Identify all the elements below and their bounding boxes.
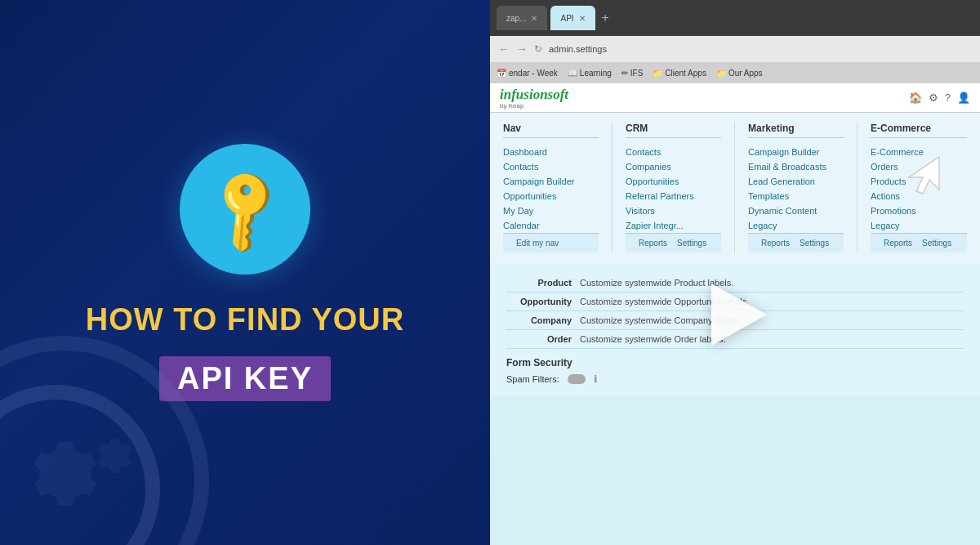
opportunity-label: Opportunity [506, 297, 572, 306]
marketing-col-header: Marketing [748, 123, 844, 138]
bookmarks-bar: 📅 endar - Week 📖 Learning ✏ IFS 📁 Client… [490, 62, 980, 83]
learning-icon: 📖 [568, 69, 577, 78]
ec-legacy[interactable]: Legacy [871, 218, 967, 233]
mkt-campaign-builder[interactable]: Campaign Builder [748, 145, 844, 159]
bookmark-calendar[interactable]: 📅 endar - Week [497, 69, 558, 78]
crm-col-footer: Reports Settings [626, 233, 721, 252]
ec-reports-link[interactable]: Reports [884, 239, 912, 248]
nav-back-icon[interactable]: ← [498, 42, 510, 56]
new-tab-button[interactable]: + [602, 11, 609, 25]
bookmark-client-apps[interactable]: 📁 Client Apps [653, 69, 706, 78]
home-icon[interactable]: 🏠 [909, 92, 922, 104]
apps-icon: 📁 [653, 69, 662, 78]
nav-item-myday[interactable]: My Day [503, 203, 599, 218]
mkt-templates[interactable]: Templates [748, 189, 844, 203]
nav-forward-icon[interactable]: → [516, 42, 528, 56]
tab-zap-label: zap... [506, 14, 526, 23]
marketing-column: Marketing Campaign Builder Email & Broad… [735, 123, 858, 252]
crm-visitors[interactable]: Visitors [626, 203, 721, 218]
tab-api-label: API [560, 14, 573, 23]
crm-referral-partners[interactable]: Referral Partners [626, 189, 721, 203]
bookmark-ifs[interactable]: ✏ IFS [621, 69, 644, 78]
key-icon: 🔑 [198, 163, 292, 255]
crm-reports-link[interactable]: Reports [639, 239, 667, 248]
help-icon[interactable]: ? [945, 92, 951, 104]
settings-icon[interactable]: ⚙ [929, 92, 938, 104]
spam-filters-row: Spam Filters: ℹ [506, 373, 964, 385]
ec-promotions[interactable]: Promotions [871, 203, 967, 218]
address-bar: ← → ↻ admin.settings [490, 36, 980, 62]
nav-col-footer: Edit my nav [503, 233, 599, 252]
ecommerce-col-header: E-Commerce [871, 123, 967, 138]
gear-large-icon [16, 427, 114, 525]
tab-api-close[interactable]: ✕ [579, 14, 586, 23]
edit-my-nav-link[interactable]: Edit my nav [516, 239, 559, 248]
crm-opportunities[interactable]: Opportunities [626, 174, 721, 189]
form-security-title: Form Security [506, 357, 964, 369]
tab-zap-close[interactable]: ✕ [531, 14, 537, 23]
crm-column: CRM Contacts Companies Opportunities Ref… [612, 123, 735, 252]
nav-item-calendar[interactable]: Calendar [503, 218, 599, 233]
nav-item-dashboard[interactable]: Dashboard [503, 145, 599, 159]
ec-col-footer: Reports Settings [871, 233, 967, 252]
crm-settings-link[interactable]: Settings [677, 239, 706, 248]
crm-col-header: CRM [626, 123, 721, 138]
company-label: Company [506, 315, 572, 325]
mkt-reports-link[interactable]: Reports [761, 239, 790, 248]
crm-contacts[interactable]: Contacts [626, 145, 721, 159]
mkt-legacy[interactable]: Legacy [748, 218, 844, 233]
api-key-badge: API KEY [159, 356, 331, 401]
how-to-text: HOW TO FIND YOUR [86, 303, 404, 337]
spam-filters-label: Spam Filters: [506, 374, 559, 384]
spam-toggle-icon[interactable]: ℹ [594, 373, 598, 385]
nav-column: Nav Dashboard Contacts Campaign Builder … [490, 123, 612, 252]
nav-item-contacts[interactable]: Contacts [503, 159, 599, 174]
mkt-settings-link[interactable]: Settings [800, 239, 829, 248]
mkt-email-broadcasts[interactable]: Email & Broadcasts [748, 159, 844, 174]
spam-toggle[interactable] [568, 374, 586, 384]
reload-icon[interactable]: ↻ [534, 43, 542, 55]
infusionsoft-content: infusionsoft by Keap 🏠 ⚙ ? 👤 Nav Dashboa… [490, 83, 980, 545]
nav-item-campaign-builder[interactable]: Campaign Builder [503, 174, 599, 189]
bookmark-our-apps[interactable]: 📁 Our Apps [716, 69, 763, 78]
play-button-overlay[interactable] [702, 282, 768, 347]
user-icon[interactable]: 👤 [957, 92, 970, 104]
left-panel: 🔑 HOW TO FIND YOUR API KEY [0, 0, 490, 545]
folder-icon: 📁 [716, 69, 726, 78]
ec-settings-link[interactable]: Settings [922, 239, 951, 248]
address-text[interactable]: admin.settings [549, 44, 607, 54]
crm-zapier[interactable]: Zapier Integr... [626, 218, 721, 233]
browser-chrome: zap... ✕ API ✕ + [490, 0, 980, 36]
product-label: Product [506, 278, 572, 288]
order-label: Order [506, 334, 572, 344]
play-triangle-icon [711, 284, 767, 346]
infusion-nav-icons: 🏠 ⚙ ? 👤 [909, 92, 970, 104]
cursor-arrow-icon [898, 149, 947, 204]
key-circle: 🔑 [180, 144, 310, 275]
tab-api[interactable]: API ✕ [550, 6, 595, 30]
gear-small-icon [88, 431, 141, 484]
nav-col-header: Nav [503, 123, 599, 138]
tab-zap[interactable]: zap... ✕ [497, 6, 547, 30]
right-panel: zap... ✕ API ✕ + ← → ↻ admin.settings 📅 … [490, 0, 980, 545]
title-group: HOW TO FIND YOUR API KEY [86, 303, 404, 402]
infusion-logo: infusionsoft by Keap [500, 87, 568, 109]
crm-companies[interactable]: Companies [626, 159, 721, 174]
gear-decoration [16, 427, 114, 529]
calendar-icon: 📅 [497, 69, 506, 78]
mkt-lead-generation[interactable]: Lead Generation [748, 174, 844, 189]
pencil-icon: ✏ [621, 69, 628, 78]
infusion-topbar: infusionsoft by Keap 🏠 ⚙ ? 👤 [490, 83, 980, 113]
mkt-dynamic-content[interactable]: Dynamic Content [748, 203, 844, 218]
nav-item-opportunities[interactable]: Opportunities [503, 189, 599, 203]
bookmark-learning[interactable]: 📖 Learning [568, 69, 612, 78]
mkt-col-footer: Reports Settings [748, 233, 844, 252]
